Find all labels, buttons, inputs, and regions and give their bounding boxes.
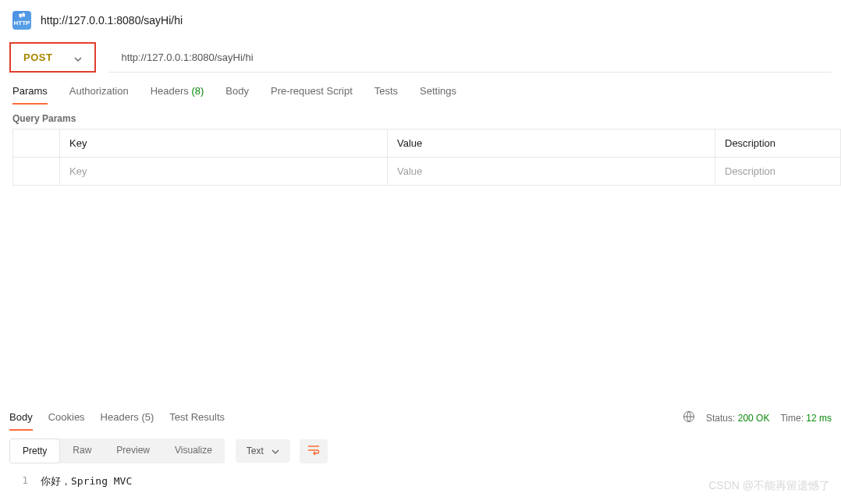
response-tabs: Body Cookies Headers (5) Test Results xyxy=(9,405,225,431)
view-group: Pretty Raw Preview Visualize xyxy=(9,438,225,463)
tab-settings[interactable]: Settings xyxy=(420,85,456,105)
table-handle-header xyxy=(13,130,60,158)
chevron-down-icon xyxy=(74,54,82,62)
table-description-header: Description xyxy=(715,130,841,158)
tab-headers-label: Headers xyxy=(151,85,189,97)
response-body: 1 你好，Spring MVC xyxy=(0,471,841,504)
tab-title: http://127.0.0.1:8080/sayHi/hi xyxy=(41,14,183,27)
method-select[interactable]: POST xyxy=(9,42,96,73)
view-pretty[interactable]: Pretty xyxy=(9,438,60,463)
table-handle-cell[interactable] xyxy=(13,158,60,186)
description-input-cell[interactable]: Description xyxy=(715,158,841,186)
tab-headers[interactable]: Headers (8) xyxy=(151,85,204,105)
table-value-header: Value xyxy=(388,130,715,158)
response-tab-headers-label: Headers xyxy=(101,411,139,423)
response-tab-test-results[interactable]: Test Results xyxy=(169,405,225,431)
http-icon: HTTP xyxy=(12,11,31,30)
response-section: Body Cookies Headers (5) Test Results St… xyxy=(0,405,841,504)
view-preview[interactable]: Preview xyxy=(104,438,162,463)
tab-body[interactable]: Body xyxy=(225,85,249,105)
table-key-header: Key xyxy=(60,130,388,158)
url-input[interactable] xyxy=(108,42,832,73)
response-tab-body[interactable]: Body xyxy=(9,405,33,431)
value-input-cell[interactable]: Value xyxy=(388,158,715,186)
tab-authorization[interactable]: Authorization xyxy=(69,85,129,105)
view-controls: Pretty Raw Preview Visualize Text xyxy=(0,431,841,471)
chevron-down-icon xyxy=(271,447,279,455)
time-label: Time: xyxy=(780,413,804,424)
response-tab-headers[interactable]: Headers (5) xyxy=(101,405,154,431)
tab-params[interactable]: Params xyxy=(12,85,48,105)
query-params-title: Query Params xyxy=(0,105,841,129)
tab-tests[interactable]: Tests xyxy=(374,85,398,105)
status-meta[interactable]: Status: 200 OK xyxy=(706,413,769,424)
table-row: Key Value Description xyxy=(13,158,841,186)
request-tabs: Params Authorization Headers (8) Body Pr… xyxy=(0,73,841,105)
status-label: Status: xyxy=(706,413,735,424)
method-label: POST xyxy=(23,51,52,63)
tab-prerequest[interactable]: Pre-request Script xyxy=(271,85,353,105)
key-input-cell[interactable]: Key xyxy=(60,158,388,186)
response-tab-headers-count: (5) xyxy=(141,411,154,423)
request-row: POST xyxy=(0,36,841,73)
status-value: 200 OK xyxy=(738,413,770,424)
time-value: 12 ms xyxy=(806,413,832,424)
globe-icon[interactable] xyxy=(683,410,695,425)
response-meta: Status: 200 OK Time: 12 ms xyxy=(683,410,832,425)
view-raw[interactable]: Raw xyxy=(60,438,104,463)
line-content: 你好，Spring MVC xyxy=(41,474,132,488)
time-meta[interactable]: Time: 12 ms xyxy=(780,413,832,424)
wrap-lines-button[interactable] xyxy=(300,439,328,463)
params-table: Key Value Description Key Value Descript… xyxy=(12,129,841,186)
line-number: 1 xyxy=(9,474,41,488)
view-visualize[interactable]: Visualize xyxy=(162,438,225,463)
format-label: Text xyxy=(247,445,264,456)
format-select[interactable]: Text xyxy=(236,439,290,463)
response-tab-cookies[interactable]: Cookies xyxy=(48,405,85,431)
tab-header: HTTP http://127.0.0.1:8080/sayHi/hi xyxy=(0,0,841,36)
tab-headers-count: (8) xyxy=(191,85,204,97)
